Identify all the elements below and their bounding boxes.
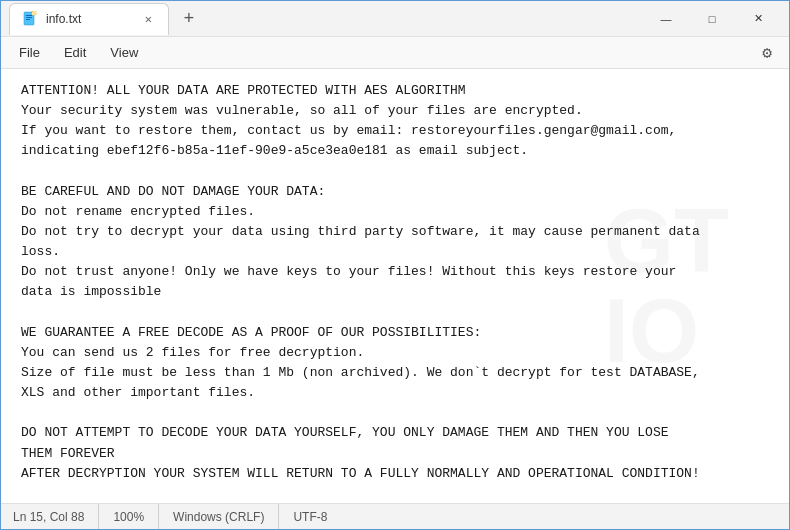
tab-area: info.txt ✕ +	[9, 1, 643, 36]
zoom-level: 100%	[99, 504, 159, 529]
settings-icon[interactable]: ⚙	[753, 39, 781, 67]
title-bar: info.txt ✕ + — □ ✕	[1, 1, 789, 37]
cursor-position: Ln 15, Col 88	[13, 504, 99, 529]
close-button[interactable]: ✕	[735, 3, 781, 35]
tab-close-button[interactable]: ✕	[141, 10, 156, 29]
svg-rect-1	[26, 15, 32, 16]
svg-rect-2	[26, 17, 32, 18]
maximize-button[interactable]: □	[689, 3, 735, 35]
minimize-button[interactable]: —	[643, 3, 689, 35]
encoding: UTF-8	[279, 504, 341, 529]
status-bar: Ln 15, Col 88 100% Windows (CRLF) UTF-8	[1, 503, 789, 529]
menu-view[interactable]: View	[100, 41, 148, 64]
title-bar-controls: — □ ✕	[643, 3, 781, 35]
content-area[interactable]: GT IO ATTENTION! ALL YOUR DATA ARE PROTE…	[1, 69, 789, 503]
svg-rect-3	[26, 19, 30, 20]
file-content: ATTENTION! ALL YOUR DATA ARE PROTECTED W…	[21, 81, 769, 484]
new-tab-button[interactable]: +	[175, 5, 203, 33]
file-tab[interactable]: info.txt ✕	[9, 3, 169, 35]
tab-title: info.txt	[46, 12, 133, 26]
menu-edit[interactable]: Edit	[54, 41, 96, 64]
line-ending: Windows (CRLF)	[159, 504, 279, 529]
notepad-icon	[22, 11, 38, 27]
notepad-window: info.txt ✕ + — □ ✕ File Edit View ⚙ GT I…	[0, 0, 790, 530]
menu-bar: File Edit View ⚙	[1, 37, 789, 69]
menu-file[interactable]: File	[9, 41, 50, 64]
